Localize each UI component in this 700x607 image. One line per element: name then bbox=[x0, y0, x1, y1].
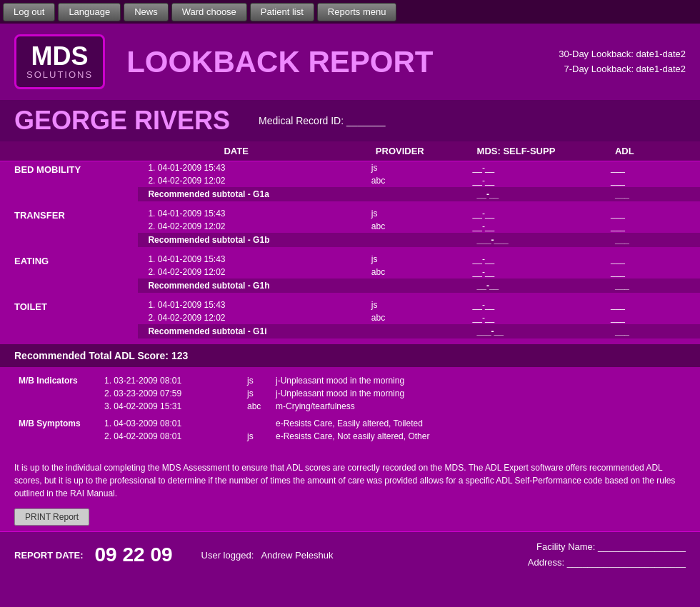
print-report-button[interactable]: PRINT Report bbox=[14, 508, 89, 526]
facility-info: Facility Name: _________________ Address… bbox=[528, 539, 686, 571]
subtotal-mds: ___-___ bbox=[470, 233, 608, 247]
indicators-table: M/B Indicators1. 03-21-2009 08:01jsj-Unp… bbox=[14, 374, 686, 443]
report-date-label: REPORT DATE: bbox=[14, 550, 84, 561]
th-date: DATE bbox=[138, 141, 368, 161]
subtotal-label: Recommended subtotal - G1a bbox=[138, 187, 368, 201]
category-label: TRANSFER bbox=[0, 207, 138, 247]
patient-name: GEORGE RIVERS bbox=[14, 106, 230, 136]
symptom-provider bbox=[243, 417, 271, 430]
category-label: EATING bbox=[0, 253, 138, 293]
medical-record: Medical Record ID: _______ bbox=[259, 115, 385, 126]
indicators-body: M/B Indicators1. 03-21-2009 08:01jsj-Unp… bbox=[14, 374, 686, 443]
print-button-row: PRINT Report bbox=[0, 504, 700, 531]
entry-mds: __-__ bbox=[470, 311, 608, 324]
lookback-7-day: 7-Day Lookback: date1-date2 bbox=[559, 62, 686, 77]
indicator-provider: js bbox=[243, 374, 271, 387]
entry-adl: ___ bbox=[608, 266, 700, 279]
entry-provider: abc bbox=[369, 311, 470, 324]
symptom-row: M/B Symptoms1. 04-03-2009 08:01e-Resists… bbox=[14, 417, 686, 430]
subtotal-mds: __-__ bbox=[470, 279, 608, 293]
entry-adl: ___ bbox=[608, 207, 700, 220]
entry-date: 2. 04-02-2009 12:02 bbox=[138, 266, 368, 279]
subtotal-mds: ___-__ bbox=[470, 324, 608, 338]
category-label: TOILET bbox=[0, 299, 138, 338]
top-navigation: Log out Language News Ward choose Patien… bbox=[0, 0, 700, 24]
indicator-provider: abc bbox=[243, 400, 271, 413]
separator-row bbox=[0, 201, 700, 207]
entry-mds: __-__ bbox=[470, 266, 608, 279]
entry-adl: ___ bbox=[608, 220, 700, 233]
entry-provider: js bbox=[369, 253, 470, 266]
logo-solutions-text: SOLUTIONS bbox=[26, 69, 93, 80]
entry-mds: __-__ bbox=[470, 161, 608, 175]
table-body: BED MOBILITY1. 04-01-2009 15:43js__-____… bbox=[0, 161, 700, 345]
facility-name-label: Facility Name: bbox=[536, 541, 595, 552]
indicator-date: 1. 03-21-2009 08:01 bbox=[100, 374, 243, 387]
subtotal-provider bbox=[369, 279, 470, 293]
address-label: Address: bbox=[528, 557, 564, 568]
subtotal-adl: ___ bbox=[608, 233, 700, 247]
indicator-row: 3. 04-02-2009 15:31abcm-Crying/tearfulne… bbox=[14, 400, 686, 413]
logo-box: MDS SOLUTIONS bbox=[14, 34, 105, 89]
footer-section: REPORT DATE: 09 22 09 User logged: Andre… bbox=[0, 531, 700, 578]
entry-provider: abc bbox=[369, 220, 470, 233]
subtotal-adl: ___ bbox=[608, 187, 700, 201]
subtotal-label: Recommended subtotal - G1h bbox=[138, 279, 368, 293]
separator-row bbox=[0, 338, 700, 344]
entry-mds: __-__ bbox=[470, 299, 608, 311]
entry-adl: ___ bbox=[608, 299, 700, 311]
symptom-provider: js bbox=[243, 430, 271, 443]
user-logged-value: Andrew Peleshuk bbox=[261, 550, 333, 561]
facility-name-row: Facility Name: _________________ bbox=[528, 539, 686, 555]
entry-date: 1. 04-01-2009 15:43 bbox=[138, 207, 368, 220]
user-logged: User logged: Andrew Peleshuk bbox=[201, 550, 334, 561]
indicator-description: j-Unpleasant mood in the morning bbox=[271, 387, 686, 400]
category-label: BED MOBILITY bbox=[0, 161, 138, 202]
indicator-row: M/B Indicators1. 03-21-2009 08:01jsj-Unp… bbox=[14, 374, 686, 387]
subtotal-provider bbox=[369, 233, 470, 247]
table-section: DATE PROVIDER MDS: SELF-SUPP ADL BED MOB… bbox=[0, 141, 700, 344]
indicator-row: 2. 03-23-2009 07:59jsj-Unpleasant mood i… bbox=[14, 387, 686, 400]
indicator-description: j-Unpleasant mood in the morning bbox=[271, 374, 686, 387]
entry-adl: ___ bbox=[608, 311, 700, 324]
news-button[interactable]: News bbox=[124, 3, 169, 21]
entry-mds: __-__ bbox=[470, 253, 608, 266]
entry-date: 1. 04-01-2009 15:43 bbox=[138, 299, 368, 311]
ward-choose-button[interactable]: Ward choose bbox=[171, 3, 247, 21]
table-row: BED MOBILITY1. 04-01-2009 15:43js__-____… bbox=[0, 161, 700, 175]
entry-provider: js bbox=[369, 207, 470, 220]
symptom-date: 2. 04-02-2009 08:01 bbox=[100, 430, 243, 443]
entry-mds: __-__ bbox=[470, 220, 608, 233]
table-row: TOILET1. 04-01-2009 15:43js__-_____ bbox=[0, 299, 700, 311]
address-value: _______________________ bbox=[567, 557, 686, 568]
separator-row bbox=[0, 247, 700, 253]
symptom-date: 1. 04-03-2009 08:01 bbox=[100, 417, 243, 430]
subtotal-provider bbox=[369, 324, 470, 338]
patient-list-button[interactable]: Patient list bbox=[250, 3, 314, 21]
entry-provider: abc bbox=[369, 174, 470, 187]
indicator-date: 3. 04-02-2009 15:31 bbox=[100, 400, 243, 413]
reports-menu-button[interactable]: Reports menu bbox=[317, 3, 397, 21]
subtotal-mds: __-__ bbox=[470, 187, 608, 201]
indicator-date: 2. 03-23-2009 07:59 bbox=[100, 387, 243, 400]
patient-bar: GEORGE RIVERS Medical Record ID: _______ bbox=[0, 100, 700, 141]
logout-button[interactable]: Log out bbox=[3, 3, 55, 21]
symptom-description: e-Resists Care, Not easily altered, Othe… bbox=[271, 430, 686, 443]
lookback-30-day: 30-Day Lookback: date1-date2 bbox=[559, 47, 686, 62]
lower-section: M/B Indicators1. 03-21-2009 08:01jsj-Unp… bbox=[0, 367, 700, 457]
subtotal-adl: ___ bbox=[608, 324, 700, 338]
entry-provider: js bbox=[369, 299, 470, 311]
symptom-row: 2. 04-02-2009 08:01jse-Resists Care, Not… bbox=[14, 430, 686, 443]
facility-name-value: _________________ bbox=[598, 541, 686, 552]
entry-provider: js bbox=[369, 161, 470, 175]
subtotal-label: Recommended subtotal - G1i bbox=[138, 324, 368, 338]
subtotal-label: Recommended subtotal - G1b bbox=[138, 233, 368, 247]
indicator-description: m-Crying/tearfulness bbox=[271, 400, 686, 413]
table-row: TRANSFER1. 04-01-2009 15:43js__-_____ bbox=[0, 207, 700, 220]
user-logged-label: User logged: bbox=[201, 550, 254, 561]
entry-date: 1. 04-01-2009 15:43 bbox=[138, 253, 368, 266]
entry-mds: __-__ bbox=[470, 207, 608, 220]
recommended-total-text: Recommended Total ADL Score: 123 bbox=[14, 350, 188, 361]
symptom-description: e-Resists Care, Easily altered, Toileted bbox=[271, 417, 686, 430]
language-button[interactable]: Language bbox=[58, 3, 121, 21]
